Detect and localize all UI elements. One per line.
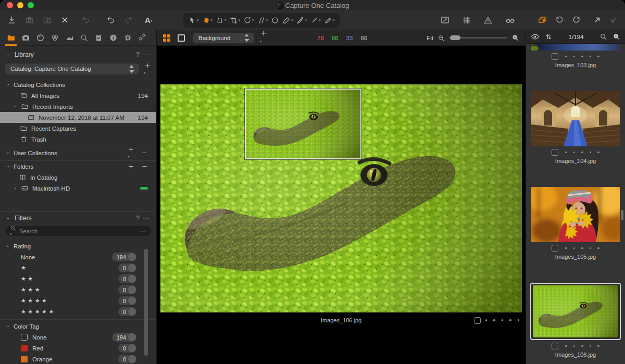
remove-collection-button[interactable] [141,149,148,156]
tab-metadata[interactable] [108,33,118,42]
add-folder-button[interactable] [128,163,134,170]
color-tag-filter-row[interactable]: Orange 0 [0,354,156,364]
tab-adjustments[interactable] [94,33,103,42]
color-tag-section-header[interactable]: Color Tag [0,321,156,332]
count-toggle[interactable]: 194 [112,253,136,261]
keystone-tool[interactable] [216,16,227,24]
rating-filter-row[interactable]: ★★★ 0 [0,284,156,295]
pick-checkbox[interactable] [552,53,558,60]
zoom-level-label[interactable]: Fit [427,35,433,41]
reset-adjustments-icon[interactable] [81,16,90,24]
filters-scrollbar[interactable] [144,249,148,356]
zoom-in-icon[interactable] [511,34,519,42]
pick-checkbox[interactable] [552,343,558,349]
crop-tool[interactable] [230,16,241,24]
add-catalog-button[interactable] [144,62,151,76]
folders-header[interactable]: Folders [0,161,156,172]
edit-with-button[interactable] [440,15,450,25]
multi-view-icon[interactable] [163,34,170,42]
chevron-down-icon[interactable] [5,216,11,221]
close-window-button[interactable] [7,2,13,8]
select-tool[interactable] [188,16,199,24]
thumbnail-image[interactable] [533,285,618,337]
zoom-slider[interactable] [449,37,507,39]
thumbnail-image[interactable] [531,91,620,146]
chevron-right-icon[interactable] [12,186,21,191]
demote-variant-button[interactable] [609,16,618,24]
tab-color[interactable] [50,33,59,42]
exposure-warning-button[interactable] [483,16,493,25]
folder-in-catalog[interactable]: In Catalog [0,172,156,183]
count-toggle[interactable]: 0 [118,274,136,283]
catalog-collections-header[interactable]: Catalog Collections [0,79,156,90]
pick-checkbox[interactable] [474,317,481,324]
tab-output[interactable] [123,33,132,42]
proof-profile-button[interactable] [505,15,516,26]
layer-selector[interactable]: Background [193,33,254,43]
filters-help-button[interactable]: ? [136,215,140,222]
rating-filter-row[interactable]: ★★ 0 [0,273,156,284]
pick-checkbox[interactable] [552,149,558,156]
count-toggle[interactable]: 0 [118,344,136,353]
count-toggle[interactable]: 0 [118,355,136,363]
remove-folder-button[interactable] [141,163,148,170]
minimize-window-button[interactable] [17,2,23,8]
zoom-slider-thumb[interactable] [450,35,460,40]
export-button[interactable] [43,16,52,24]
undo-button[interactable] [106,16,115,24]
chevron-down-icon[interactable] [5,150,14,156]
tab-exposure[interactable] [65,33,74,42]
rating-section-header[interactable]: Rating [0,241,156,252]
library-more-icon[interactable]: ⋯ [143,51,149,58]
count-toggle[interactable]: 0 [118,296,136,305]
collection-recent-imports[interactable]: Recent Imports [0,101,156,112]
color-tag-filter-row[interactable]: Red 0 [0,343,156,354]
tab-library[interactable] [6,33,16,42]
erase-mask-tool[interactable] [324,16,335,24]
sort-icon[interactable] [545,33,553,41]
grid-overlay-button[interactable] [462,16,471,25]
count-toggle[interactable]: 0 [118,285,136,294]
browser-search-icon[interactable] [599,33,607,41]
brush-tool[interactable] [282,16,293,24]
single-view-icon[interactable] [178,34,185,42]
tab-lens[interactable] [35,33,45,42]
zoom-window-button[interactable] [28,2,34,8]
collection-trash[interactable]: Trash [0,134,156,145]
rating-filter-row[interactable]: ★ 0 [0,262,156,273]
collection-recent-captures[interactable]: Recent Captures [0,123,156,134]
tab-details[interactable] [79,33,89,42]
import-images-button[interactable] [7,16,16,24]
redo-button[interactable] [124,16,133,24]
rotate-right-button[interactable] [572,16,581,24]
add-layer-button[interactable] [260,30,267,46]
chevron-down-icon[interactable] [12,104,21,109]
tab-batch[interactable] [138,33,147,42]
chevron-down-icon[interactable] [5,164,14,169]
count-toggle[interactable]: 0 [118,263,136,272]
draw-mask-tool[interactable] [310,16,321,24]
spot-removal-tool[interactable] [271,16,279,24]
promote-variant-button[interactable] [593,16,602,24]
focus-navigator-frame[interactable] [245,89,361,159]
zoom-out-icon[interactable] [438,34,445,42]
rating-dots[interactable] [565,345,599,347]
selected-thumbnail-border[interactable] [530,283,621,340]
tab-capture[interactable] [21,33,30,42]
rating-dots[interactable] [565,152,599,154]
rating-dots[interactable] [485,319,520,321]
search-input[interactable] [19,228,136,234]
chevron-down-icon[interactable] [5,324,14,329]
count-toggle[interactable]: 0 [118,307,136,316]
collection-all-images[interactable]: All Images 194 [0,90,156,101]
browser-filter-icon[interactable] [612,33,620,41]
pick-checkbox[interactable] [552,245,558,252]
rating-filter-row[interactable]: ★★★★ 0 [0,295,156,306]
main-photo[interactable] [160,84,522,312]
thumbnail-image[interactable] [531,187,620,242]
filters-more-icon[interactable]: ⋯ [143,215,149,222]
catalog-selector[interactable]: Catalog: Capture One Catalog [5,64,139,74]
text-tool-button[interactable]: A [145,16,152,24]
thumbnail-image[interactable] [531,44,620,51]
rating-dots[interactable] [565,247,599,249]
